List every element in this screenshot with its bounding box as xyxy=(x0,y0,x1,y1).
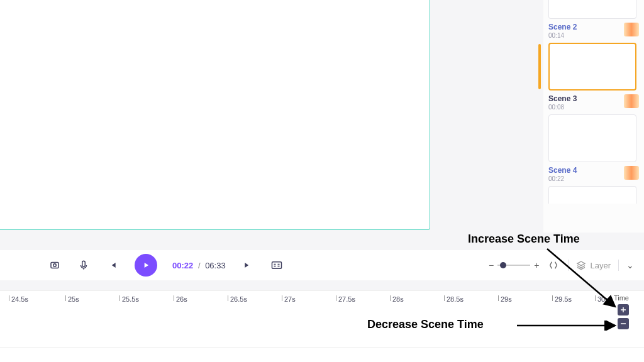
scene-info: Scene 3 00:08 xyxy=(548,94,639,111)
ruler-tick: 27s xyxy=(284,295,296,303)
scene-name[interactable]: Scene 2 xyxy=(548,23,577,31)
chevron-down-icon[interactable]: ⌄ xyxy=(626,260,634,270)
zoom-in-icon[interactable]: + xyxy=(534,260,539,270)
scene-time: 00:14 xyxy=(548,32,577,39)
camera-icon[interactable] xyxy=(48,258,62,272)
mic-icon[interactable] xyxy=(77,258,91,272)
ruler-tick: 26s xyxy=(176,295,187,303)
scene-thumb[interactable] xyxy=(548,0,636,19)
footer xyxy=(0,347,644,362)
ruler-tick: 29s xyxy=(501,295,512,303)
scenes-panel: Scene 2 00:14 Scene 3 00:08 Scene 4 00:2… xyxy=(543,0,644,233)
scene-info: Scene 2 00:14 xyxy=(548,23,639,39)
ruler-tick: 29.5s xyxy=(555,295,572,303)
captions-icon[interactable] xyxy=(270,258,284,272)
svg-point-1 xyxy=(53,264,57,267)
annotation-increase: Increase Scene Time xyxy=(468,233,580,246)
time-col-label: Time xyxy=(614,294,629,302)
transition-icon[interactable] xyxy=(624,166,639,180)
transition-icon[interactable] xyxy=(624,94,639,108)
player-bar: 00:22 / 06:33 − + Layer ⌄ xyxy=(0,250,644,280)
ruler-tick: 24.5s xyxy=(11,295,28,303)
svg-rect-2 xyxy=(82,261,86,266)
scene-info: Scene 4 00:22 xyxy=(548,166,639,182)
divider xyxy=(568,260,569,271)
ruler-tick: 27.5s xyxy=(338,295,355,303)
increase-time-button[interactable] xyxy=(618,304,629,315)
scene-thumb[interactable] xyxy=(548,114,636,162)
timeline-ruler[interactable]: 24.5s 25s 25.5s 26s 26.5s 27s 27.5s 28s … xyxy=(0,290,644,309)
scene-name[interactable]: Scene 4 xyxy=(548,166,577,175)
scene-time: 00:08 xyxy=(548,104,577,111)
scene-name[interactable]: Scene 3 xyxy=(548,94,577,103)
slider-thumb[interactable] xyxy=(500,262,506,268)
ruler-tick: 28.5s xyxy=(447,295,464,303)
canvas-preview[interactable] xyxy=(0,0,430,230)
next-icon[interactable] xyxy=(241,258,255,272)
total-time: 06:33 xyxy=(205,261,226,270)
slider-track[interactable] xyxy=(497,265,530,266)
ruler-tick: 25.5s xyxy=(122,295,139,303)
divider xyxy=(618,260,619,271)
fit-icon[interactable] xyxy=(547,258,560,272)
time-sep: / xyxy=(198,261,201,270)
timeline-track[interactable] xyxy=(0,309,644,347)
zoom-slider[interactable]: − + xyxy=(489,260,539,270)
play-button[interactable] xyxy=(135,254,157,277)
scene-time-adjust xyxy=(618,304,629,329)
transition-icon[interactable] xyxy=(624,23,639,36)
ruler-tick: 26.5s xyxy=(230,295,247,303)
ruler-tick: 30s xyxy=(597,295,609,303)
layer-label: Layer xyxy=(590,261,611,270)
svg-rect-3 xyxy=(272,262,281,269)
current-time: 00:22 xyxy=(172,261,193,270)
ruler-tick: 25s xyxy=(68,295,79,303)
scene-time: 00:22 xyxy=(548,175,577,182)
scene-thumb-selected[interactable] xyxy=(548,43,636,90)
scene-thumb[interactable] xyxy=(548,186,636,204)
svg-rect-0 xyxy=(51,263,58,268)
time-display: 00:22 / 06:33 xyxy=(172,261,226,270)
zoom-out-icon[interactable]: − xyxy=(489,260,494,270)
prev-icon[interactable] xyxy=(106,258,119,272)
active-scene-marker xyxy=(538,44,541,89)
ruler-tick: 28s xyxy=(392,295,404,303)
decrease-time-button[interactable] xyxy=(618,318,629,329)
layer-button[interactable]: Layer xyxy=(576,260,611,270)
